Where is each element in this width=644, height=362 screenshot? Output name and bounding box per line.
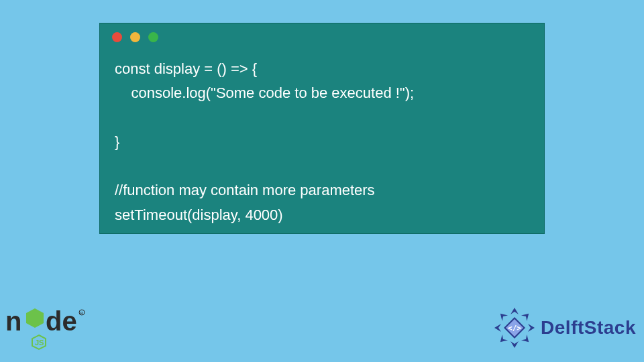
svg-marker-12 <box>498 335 508 345</box>
svg-text:n: n <box>5 306 21 336</box>
svg-marker-1 <box>26 308 44 328</box>
window-titlebar <box>100 23 544 50</box>
minimize-icon <box>130 32 140 42</box>
svg-text:</>: </> <box>508 324 521 333</box>
svg-marker-14 <box>498 311 508 322</box>
svg-text:de: de <box>46 306 77 336</box>
close-icon <box>112 32 122 42</box>
code-line: const display = () => { <box>115 60 257 77</box>
code-line: } <box>115 133 119 150</box>
svg-marker-8 <box>521 311 532 322</box>
delftstack-wordmark: DelftStack <box>541 317 636 339</box>
code-line: //function may contain more parameters <box>115 182 375 198</box>
nodejs-logo-icon: n de JS R <box>0 294 94 354</box>
svg-marker-9 <box>528 324 535 332</box>
maximize-icon <box>148 32 158 42</box>
svg-marker-13 <box>494 324 501 332</box>
code-content: const display = () => { console.log("Som… <box>100 50 544 239</box>
svg-text:R: R <box>80 311 84 315</box>
svg-marker-10 <box>521 335 532 345</box>
code-snippet-card: const display = () => { console.log("Som… <box>99 23 545 234</box>
delftstack-logo: </> DelftStack <box>492 306 636 350</box>
svg-marker-7 <box>511 308 519 314</box>
code-line: setTimeout(display, 4000) <box>115 206 283 223</box>
code-line: console.log("Some code to be executed !"… <box>115 84 414 101</box>
delftstack-rosette-icon: </> <box>492 306 537 350</box>
svg-text:JS: JS <box>35 339 44 347</box>
svg-marker-11 <box>511 341 519 348</box>
